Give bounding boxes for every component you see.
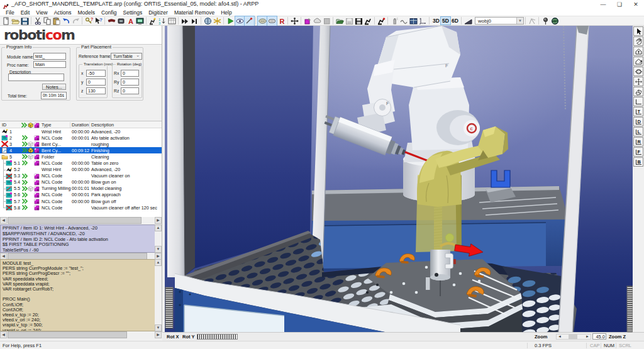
font-a-icon[interactable]: A bbox=[126, 16, 135, 26]
axisstar-icon[interactable] bbox=[213, 16, 222, 26]
menu-view[interactable]: View bbox=[33, 9, 50, 16]
globe2-icon[interactable] bbox=[550, 16, 560, 26]
code-vscrollbar[interactable]: ▲ ▼ bbox=[155, 259, 162, 331]
jump2-icon[interactable] bbox=[190, 16, 199, 26]
mode-6d-button[interactable]: 6D bbox=[450, 17, 460, 25]
sort123-icon[interactable]: 13 bbox=[158, 16, 167, 26]
prism-button[interactable] bbox=[633, 87, 643, 96]
z-input[interactable]: 130 bbox=[86, 87, 106, 94]
orbit-button[interactable] bbox=[633, 67, 643, 76]
scroll-left-arrow-icon[interactable]: ◀ bbox=[0, 217, 7, 224]
zoom-left-arrow-icon[interactable]: ◄ bbox=[557, 335, 563, 339]
tree-row-1[interactable]: 1Wrist Hint00:00:00Advanced, -20 bbox=[0, 128, 162, 135]
workobject-combo[interactable]: wobj0▼ bbox=[475, 17, 524, 25]
new-icon[interactable] bbox=[1, 16, 11, 26]
ramp-icon[interactable] bbox=[464, 16, 473, 26]
tree-hscrollbar[interactable]: ◀ ▶ bbox=[0, 217, 162, 224]
cloud-icon[interactable] bbox=[313, 16, 322, 26]
zoom-scrollbar[interactable]: ◄ ► bbox=[556, 334, 591, 340]
menu-models[interactable]: Models bbox=[75, 9, 98, 16]
maximize-button[interactable]: ❏ bbox=[613, 0, 626, 9]
ry-input[interactable]: 0 bbox=[121, 79, 139, 86]
tree-row-5.2[interactable]: 5.2Wrist Hint00:00:00Advanced, -20 bbox=[0, 167, 162, 173]
tree-row-5[interactable]: 5FolderCleaning bbox=[0, 153, 162, 160]
view-b-button[interactable]: B bbox=[633, 157, 643, 167]
tree-row-5.1[interactable]: 5.1NCL Code00:00:00Table on zero bbox=[0, 160, 162, 166]
mode-3d-button[interactable]: 3D bbox=[431, 17, 441, 25]
boxdark-icon[interactable] bbox=[116, 16, 126, 26]
helpcursor-icon[interactable]: ? bbox=[94, 16, 103, 26]
tool-purple-icon[interactable] bbox=[303, 16, 313, 26]
menu-help[interactable]: Help bbox=[218, 9, 235, 16]
rx-input[interactable]: 0 bbox=[121, 70, 139, 77]
select-button[interactable] bbox=[633, 26, 643, 36]
code-hscrollbar[interactable]: ◀ ▶ bbox=[0, 331, 162, 338]
module-name-input[interactable]: test_ bbox=[33, 53, 66, 60]
glass2-icon[interactable] bbox=[267, 16, 277, 26]
robot1-icon[interactable] bbox=[148, 16, 158, 26]
tree-col-duration[interactable]: Duration bbox=[72, 122, 89, 128]
redo-icon[interactable] bbox=[71, 16, 80, 26]
target-icon[interactable] bbox=[290, 16, 299, 26]
folder2-icon[interactable] bbox=[335, 16, 345, 26]
3d-viewport[interactable]: CFF bbox=[165, 26, 633, 332]
tableic-icon[interactable] bbox=[409, 16, 418, 26]
pin-icon[interactable] bbox=[541, 16, 550, 26]
zoom-scroll-thumb[interactable] bbox=[569, 335, 577, 339]
axis2-icon[interactable] bbox=[418, 16, 428, 26]
zoomwin-button[interactable] bbox=[633, 57, 643, 66]
menu-digitizer[interactable]: Digitizer bbox=[145, 9, 171, 16]
tree-row-4[interactable]: 4Bent Cy...00:09:12Finishing bbox=[0, 147, 162, 153]
open-icon[interactable] bbox=[11, 16, 20, 26]
description-input[interactable] bbox=[8, 74, 64, 81]
copy-icon[interactable] bbox=[43, 16, 52, 26]
floppydark-icon[interactable] bbox=[354, 16, 364, 26]
tree-row-5.3[interactable]: 5.3NCL CodeVacuum cleaner on bbox=[0, 173, 162, 179]
font-r-icon[interactable]: R bbox=[277, 16, 286, 26]
scroll-thumb[interactable] bbox=[8, 331, 127, 338]
undo-icon[interactable] bbox=[62, 16, 71, 26]
combo-dropdown-icon[interactable]: ▼ bbox=[516, 18, 523, 24]
tree-row-5.4[interactable]: 5.4NCL Code00:00:00Blow gun on bbox=[0, 179, 162, 186]
tree-col-description[interactable]: Description bbox=[91, 122, 114, 128]
reference-frame-combo[interactable]: TurnTable bbox=[111, 53, 142, 60]
tree-row-5.8[interactable]: 5.8NCL CodeVacuum cleaner off after 120 … bbox=[0, 204, 162, 211]
scroll-down-arrow-icon[interactable]: ▼ bbox=[155, 246, 162, 253]
scroll-right-arrow-icon[interactable]: ▶ bbox=[155, 217, 162, 224]
globe-icon[interactable] bbox=[203, 16, 213, 26]
close-button[interactable]: ✕ bbox=[629, 0, 643, 9]
minimize-button[interactable]: — bbox=[596, 0, 610, 9]
menu-file[interactable]: File bbox=[3, 9, 18, 16]
rz-input[interactable]: 0 bbox=[121, 87, 139, 94]
scroll-right-arrow-icon[interactable]: ▶ bbox=[155, 331, 162, 338]
play-icon[interactable] bbox=[226, 16, 235, 26]
zoom-value-input[interactable]: 45.0 bbox=[592, 333, 606, 340]
robot4-icon[interactable] bbox=[377, 16, 386, 26]
keyhelp-icon[interactable]: ? bbox=[84, 16, 94, 26]
rapid-code-panel[interactable]: MODULE test_PERS string CurrProgModule :… bbox=[0, 259, 155, 331]
glass1-icon[interactable] bbox=[258, 16, 267, 26]
rotation-slider[interactable] bbox=[197, 334, 238, 340]
zoomfit-button[interactable] bbox=[633, 47, 643, 56]
pan-button[interactable] bbox=[633, 36, 643, 46]
output-log-panel[interactable]: PPRINT / Item ID 1: Wrist Hint - Advance… bbox=[0, 224, 155, 253]
menu-edit[interactable]: Edit bbox=[18, 9, 33, 16]
menu-config[interactable]: Config bbox=[98, 9, 120, 16]
eye-icon[interactable] bbox=[235, 16, 245, 26]
tree-col-type[interactable]: Type bbox=[42, 122, 52, 128]
output-vscrollbar[interactable]: ▲ ▼ bbox=[155, 224, 162, 253]
jump1-icon[interactable] bbox=[180, 16, 190, 26]
menu-material-remove[interactable]: Material Remove bbox=[171, 9, 218, 16]
y-input[interactable]: 0 bbox=[86, 79, 106, 86]
tool-icon[interactable] bbox=[245, 16, 254, 26]
crane-icon[interactable] bbox=[528, 16, 537, 26]
view-r-button[interactable]: R bbox=[633, 137, 643, 147]
view-d-button[interactable]: D bbox=[633, 117, 643, 126]
save-icon[interactable] bbox=[20, 16, 30, 26]
menu-settings[interactable]: Settings bbox=[120, 9, 146, 16]
view-f-button[interactable]: F bbox=[633, 147, 643, 157]
axes-button[interactable] bbox=[633, 97, 643, 106]
tree-col-id[interactable]: ID bbox=[2, 122, 6, 128]
spray-icon[interactable] bbox=[390, 16, 399, 26]
scroll-up-arrow-icon[interactable]: ▲ bbox=[155, 259, 162, 266]
